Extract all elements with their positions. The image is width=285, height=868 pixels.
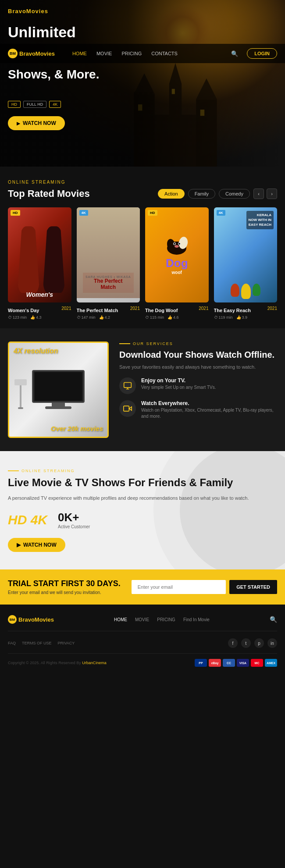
- footer-bottom-links: FAQ TERMS OF USE PRIVACY: [8, 641, 75, 645]
- services-20k-label: Over 20k movies: [51, 425, 103, 432]
- tv-stand-area: [9, 343, 107, 437]
- nav-logo-circle: BM: [8, 49, 18, 58]
- svg-point-21: [175, 245, 179, 248]
- services-line: [119, 343, 130, 344]
- star-icon: 👍: [99, 315, 104, 320]
- nav-pricing[interactable]: PRICING: [121, 51, 142, 56]
- badge-hd: HD: [8, 101, 21, 108]
- star-icon: 👍: [167, 315, 172, 320]
- live-watch-now-button[interactable]: ▶ WATCH NOW: [8, 538, 65, 552]
- tv-screen: [35, 372, 82, 401]
- dog-poster-content: Dog woof: [165, 235, 189, 275]
- camera-icon: [119, 400, 136, 417]
- movie-title: The Easy Reach: [214, 308, 251, 313]
- rating: 👍 3.9: [236, 315, 248, 320]
- live-label: ONLINE STREAMING: [8, 469, 277, 473]
- footer-faq[interactable]: FAQ: [8, 641, 16, 645]
- live-watch-now-label: WATCH NOW: [23, 542, 57, 548]
- hero-watch-now-label: WATCH NOW: [23, 120, 56, 126]
- tv-base: [45, 406, 71, 409]
- nav-home[interactable]: HOME: [72, 51, 87, 56]
- footer-privacy[interactable]: PRIVACY: [58, 641, 75, 645]
- next-arrow[interactable]: ›: [267, 189, 277, 199]
- clock-icon: ⏱: [8, 315, 12, 320]
- copyright: Copyright © 2025. All Rights Reserved By…: [8, 659, 277, 674]
- hero-section: BravoMovies Unlimited BM BravoMovies HOM…: [0, 0, 285, 167]
- perfect-match-illustration: SARA HUGHES • MIKASA The PerfectMatch: [77, 207, 140, 302]
- linkedin-icon[interactable]: in: [267, 638, 277, 648]
- movie-title: The Perfect Match: [77, 308, 118, 313]
- movie-card-perfect[interactable]: 4K SARA HUGHES • MIKASA The PerfectMatch…: [77, 207, 140, 320]
- filter-buttons: Action Family Comedy ‹ ›: [158, 189, 277, 199]
- footer-logo: BM BravoMovies: [8, 615, 54, 624]
- trial-subtitle: Enter your email and we will send you in…: [8, 590, 125, 595]
- filter-comedy[interactable]: Comedy: [219, 189, 250, 199]
- duration: ⏱ 123 min: [8, 315, 27, 320]
- stat-quality: HD 4K: [8, 512, 47, 527]
- nav-movie[interactable]: MOVIE: [96, 51, 112, 56]
- prev-arrow[interactable]: ‹: [253, 189, 264, 199]
- clock-icon: ⏱: [214, 315, 218, 320]
- copyright-link[interactable]: UrbanCinema: [82, 661, 107, 665]
- services-content: OUR SERVICES Download Your Shows Watch O…: [119, 342, 277, 426]
- play-icon: ▶: [17, 121, 20, 126]
- service-everywhere-text: Watch Everywhere. Watch on Playstation, …: [141, 400, 277, 420]
- silhouette-right: [43, 226, 65, 293]
- paypal-icon: PP: [195, 659, 207, 667]
- services-section: 4X resolution Over 20k movies OUR SERVIC…: [0, 328, 285, 451]
- twitter-icon[interactable]: t: [241, 638, 251, 648]
- footer-nav-find[interactable]: Find In Movie: [183, 617, 210, 622]
- trial-get-started-button[interactable]: GET STARTED: [229, 580, 277, 594]
- service-tv-text: Enjoy on Your TV. Very simple Set Up on …: [141, 377, 216, 391]
- social-icons: f t p in: [228, 638, 277, 648]
- nav-logo-text: BravoMovies: [19, 50, 55, 57]
- movie-card-dog[interactable]: HD Dog woof Th: [145, 207, 209, 320]
- trial-title: TRIAL START FIRST 30 DAYS.: [8, 579, 125, 588]
- trial-email-input[interactable]: [132, 580, 226, 594]
- facebook-icon[interactable]: f: [228, 638, 238, 648]
- footer-terms[interactable]: TERMS OF USE: [22, 641, 52, 645]
- womens-text: Women's: [8, 291, 71, 298]
- clock-icon: ⏱: [77, 315, 81, 320]
- copyright-text: Copyright © 2025. All Rights Reserved By…: [8, 661, 107, 665]
- rating: 👍 4.6: [167, 315, 179, 320]
- poster-dog: HD Dog woof: [145, 207, 209, 302]
- movies-grid: HD Women's Women's Day 2021 ⏱ 123 min 👍 …: [8, 207, 277, 320]
- live-line: [8, 470, 19, 471]
- search-icon[interactable]: 🔍: [231, 50, 238, 57]
- service-item-tv: Enjoy on Your TV. Very simple Set Up on …: [119, 377, 277, 394]
- tv-with-lamp: [32, 370, 85, 409]
- movie-card-easy[interactable]: 4K KERALANOW WITH INEASY REACH The Easy …: [214, 207, 278, 320]
- movie-card-womens[interactable]: HD Women's Women's Day 2021 ⏱ 123 min 👍 …: [8, 207, 71, 320]
- footer-search-icon[interactable]: 🔍: [270, 616, 277, 623]
- nav-logo: BM BravoMovies: [8, 49, 55, 58]
- filter-action[interactable]: Action: [158, 189, 185, 199]
- quality-badge-4k2: 4K: [217, 210, 225, 216]
- footer-nav-home[interactable]: HOME: [114, 617, 127, 622]
- stat-number: 0K+: [58, 511, 90, 524]
- pinterest-icon[interactable]: p: [254, 638, 264, 648]
- silhouette-left: [18, 226, 40, 293]
- trial-text-area: TRIAL START FIRST 30 DAYS. Enter your em…: [8, 579, 125, 595]
- service-everywhere-title: Watch Everywhere.: [141, 400, 277, 406]
- nav-contacts[interactable]: CONTACTS: [151, 51, 178, 56]
- clock-icon: ⏱: [145, 315, 149, 320]
- live-stats: HD 4K 0K+ Active Customer: [8, 511, 277, 529]
- poster-perfect: 4K SARA HUGHES • MIKASA The PerfectMatch: [77, 207, 140, 302]
- services-image-box: 4X resolution Over 20k movies: [8, 342, 109, 438]
- duration: ⏱ 147 min: [77, 315, 96, 320]
- payment-icons: PP eBay CC VISA MC AMEX: [195, 659, 277, 667]
- movie-meta: ⏱ 147 min 👍 4.2: [77, 315, 140, 320]
- lamp: [14, 379, 27, 409]
- hero-watch-now-button[interactable]: ▶ WATCH NOW: [8, 116, 65, 130]
- movie-year: 2021: [267, 306, 277, 311]
- badge-4k: 4K: [49, 101, 61, 108]
- footer-nav-pricing[interactable]: PRICING: [157, 617, 175, 622]
- login-button[interactable]: LOGIN: [247, 48, 277, 59]
- filter-family[interactable]: Family: [188, 189, 215, 199]
- nav-arrows: ‹ ›: [253, 189, 277, 199]
- footer-nav-movie[interactable]: MOVIE: [135, 617, 149, 622]
- womens-illustration: Women's: [8, 207, 71, 302]
- movie-title: The Dog Woof: [145, 308, 178, 313]
- easy-reach-badge-text: KERALANOW WITH INEASY REACH: [246, 211, 274, 229]
